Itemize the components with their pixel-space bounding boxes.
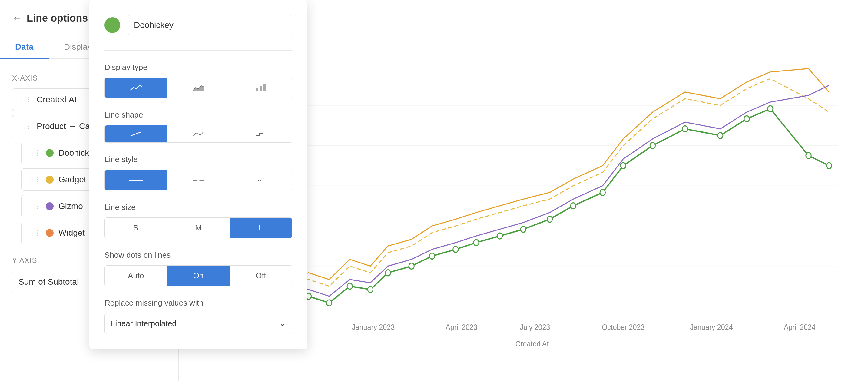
widget-dot bbox=[46, 229, 54, 237]
drag-handle-widget: ⋮⋮ bbox=[28, 229, 41, 237]
size-large[interactable]: L bbox=[229, 218, 292, 238]
display-type-bar[interactable] bbox=[229, 78, 292, 98]
svg-point-34 bbox=[430, 253, 435, 259]
display-type-group bbox=[104, 77, 292, 98]
popup-divider bbox=[104, 50, 292, 51]
svg-text:January 2024: January 2024 bbox=[690, 322, 733, 331]
gizmo-label: Gizmo bbox=[58, 201, 83, 211]
svg-rect-2 bbox=[263, 85, 266, 91]
svg-text:October 2023: October 2023 bbox=[602, 322, 645, 331]
bar-chart-icon bbox=[255, 83, 267, 92]
dots-on[interactable]: On bbox=[167, 265, 229, 286]
svg-text:January 2023: January 2023 bbox=[352, 322, 395, 331]
svg-point-47 bbox=[768, 106, 773, 112]
svg-point-36 bbox=[474, 240, 479, 246]
gadget-dot bbox=[46, 176, 54, 184]
line-chart-icon bbox=[130, 83, 142, 92]
line-shape-step[interactable] bbox=[229, 125, 292, 142]
line-style-dotted[interactable]: ··· bbox=[229, 170, 292, 190]
svg-point-37 bbox=[497, 233, 502, 239]
drag-handle-product-category: ⋮⋮ bbox=[19, 122, 32, 130]
area-chart-icon bbox=[192, 83, 205, 92]
line-style-label: Line style bbox=[104, 155, 292, 164]
straight-line-icon bbox=[130, 131, 142, 137]
svg-point-43 bbox=[650, 142, 655, 149]
show-dots-label: Show dots on lines bbox=[104, 251, 292, 260]
sum-subtotal-label: Sum of Subtotal bbox=[19, 277, 79, 287]
line-size-label: Line size bbox=[104, 202, 292, 212]
step-line-icon bbox=[255, 131, 267, 137]
chevron-down-icon: ⌄ bbox=[279, 319, 286, 328]
line-style-solid[interactable] bbox=[105, 170, 167, 190]
svg-text:April 2024: April 2024 bbox=[784, 322, 816, 331]
svg-point-41 bbox=[600, 189, 605, 195]
svg-point-44 bbox=[682, 126, 687, 132]
display-type-line[interactable] bbox=[105, 78, 167, 98]
svg-text:Created At: Created At bbox=[516, 339, 549, 348]
missing-values-selected: Linear Interpolated bbox=[111, 319, 177, 328]
line-style-dashed[interactable]: – – bbox=[167, 170, 229, 190]
line-style-group: – – ··· bbox=[104, 169, 292, 191]
line-options-popup: Display type Line shape bbox=[89, 0, 307, 349]
line-shape-curved[interactable] bbox=[167, 125, 229, 142]
drag-handle-doohickey: ⋮⋮ bbox=[28, 149, 41, 157]
svg-point-33 bbox=[409, 263, 414, 269]
svg-point-38 bbox=[521, 226, 526, 232]
svg-text:April 2023: April 2023 bbox=[445, 322, 477, 331]
display-type-area[interactable] bbox=[167, 78, 229, 98]
svg-point-35 bbox=[453, 246, 458, 252]
curved-line-icon bbox=[192, 131, 205, 137]
dots-auto[interactable]: Auto bbox=[105, 265, 167, 286]
svg-line-3 bbox=[131, 132, 141, 136]
tab-data[interactable]: Data bbox=[0, 36, 49, 59]
gadget-label: Gadget bbox=[58, 175, 86, 185]
svg-point-29 bbox=[327, 300, 332, 306]
drag-handle-gadget: ⋮⋮ bbox=[28, 176, 41, 184]
solid-line-icon bbox=[128, 179, 144, 182]
size-small[interactable]: S bbox=[105, 218, 167, 238]
created-at-label: Created At bbox=[37, 95, 76, 104]
series-row bbox=[104, 15, 292, 35]
doohickey-dot bbox=[46, 149, 54, 157]
line-shape-label: Line shape bbox=[104, 110, 292, 120]
svg-point-48 bbox=[806, 153, 811, 159]
svg-point-46 bbox=[744, 116, 749, 122]
line-size-group: S M L bbox=[104, 218, 292, 239]
drag-handle-gizmo: ⋮⋮ bbox=[28, 202, 41, 210]
svg-rect-1 bbox=[259, 86, 262, 91]
svg-point-32 bbox=[385, 270, 391, 276]
svg-point-45 bbox=[717, 133, 723, 139]
back-button[interactable]: ← bbox=[12, 12, 22, 24]
display-type-label: Display type bbox=[104, 63, 292, 72]
widget-label: Widget bbox=[58, 228, 85, 238]
dots-off[interactable]: Off bbox=[229, 265, 292, 286]
line-shape-straight[interactable] bbox=[105, 125, 167, 142]
svg-point-39 bbox=[547, 216, 552, 222]
svg-point-40 bbox=[570, 203, 576, 209]
show-dots-group: Auto On Off bbox=[104, 265, 292, 286]
svg-point-42 bbox=[621, 163, 626, 169]
line-shape-group bbox=[104, 125, 292, 142]
missing-values-label: Replace missing values with bbox=[104, 298, 292, 308]
size-medium[interactable]: M bbox=[167, 218, 229, 238]
svg-rect-0 bbox=[256, 88, 258, 91]
svg-text:July 2023: July 2023 bbox=[520, 322, 550, 331]
svg-point-31 bbox=[368, 286, 373, 292]
drag-handle-created-at: ⋮⋮ bbox=[19, 96, 32, 103]
series-name-input[interactable] bbox=[127, 15, 292, 35]
svg-point-30 bbox=[347, 283, 352, 289]
missing-values-dropdown[interactable]: Linear Interpolated ⌄ bbox=[104, 313, 292, 334]
series-color-dot bbox=[104, 17, 120, 33]
gizmo-dot bbox=[46, 202, 54, 210]
svg-point-49 bbox=[827, 163, 832, 169]
sidebar-title: Line options bbox=[27, 12, 88, 24]
